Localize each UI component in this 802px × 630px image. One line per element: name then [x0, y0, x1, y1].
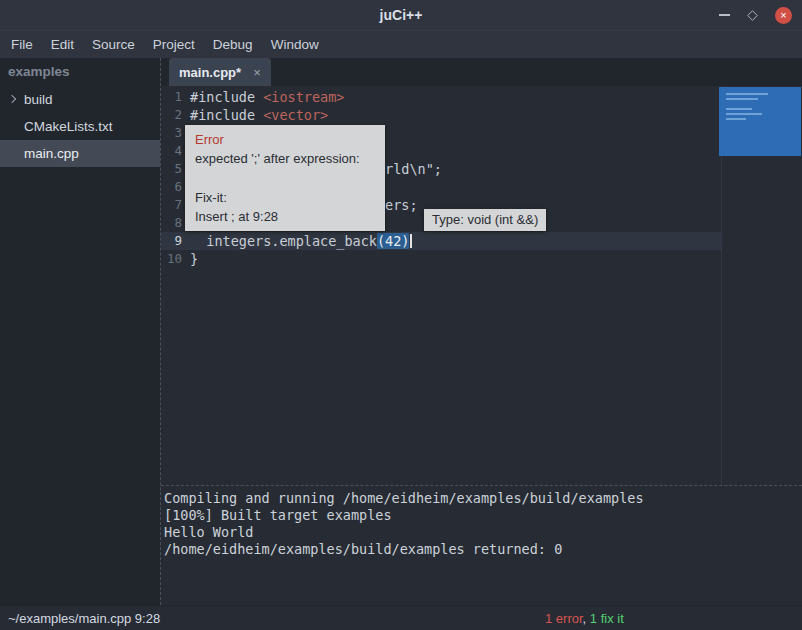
line-number: 10	[161, 250, 190, 268]
error-tooltip-title: Error	[195, 130, 375, 149]
code-segment-plain: #include	[190, 89, 263, 105]
code-line-text: #include <iostream>	[190, 88, 344, 106]
menu-item-window[interactable]: Window	[262, 31, 328, 59]
sidebar-item-cmakelists-txt[interactable]: CMakeLists.txt	[0, 113, 160, 140]
build-output-terminal[interactable]: Compiling and running /home/eidheim/exam…	[161, 485, 802, 605]
status-diagnostics: 1 error, 1 fix it	[545, 611, 624, 626]
error-tooltip-line: Fix-it:	[195, 188, 375, 207]
tab-main-cpp[interactable]: main.cpp* ×	[169, 58, 271, 86]
code-segment-match: (42)	[377, 233, 410, 249]
text-cursor	[410, 234, 412, 248]
sidebar-item-main-cpp[interactable]: main.cpp	[0, 140, 160, 167]
diagnostics-separator: ,	[583, 611, 590, 626]
error-count: 1 error	[545, 611, 583, 626]
menu-item-debug[interactable]: Debug	[204, 31, 262, 59]
code-segment-include: <vector>	[263, 107, 328, 123]
line-number: 1	[161, 88, 190, 106]
menu-item-source[interactable]: Source	[83, 31, 144, 59]
error-tooltip-body: expected ';' after expression: Fix-it:In…	[195, 149, 375, 226]
code-line-9[interactable]: 9 integers.emplace_back(42)	[161, 232, 721, 250]
minimap-line	[726, 108, 752, 110]
minimap-line	[726, 113, 762, 115]
project-folder-label: examples	[0, 58, 160, 86]
editor-overview-map[interactable]	[719, 87, 801, 156]
terminal-line: /home/eidheim/examples/build/examples re…	[164, 541, 802, 558]
file-browser-sidebar: examples buildCMakeLists.txtmain.cpp	[0, 58, 160, 605]
menu-item-edit[interactable]: Edit	[42, 31, 83, 59]
tab-close-icon[interactable]: ×	[253, 65, 261, 80]
window-title: juCi++	[380, 7, 423, 23]
terminal-line: [100%] Built target examples	[164, 507, 802, 524]
code-line-2[interactable]: 2#include <vector>	[161, 106, 721, 124]
main-area: examples buildCMakeLists.txtmain.cpp mai…	[0, 58, 802, 605]
file-tree: buildCMakeLists.txtmain.cpp	[0, 86, 160, 167]
fixit-count: 1 fix it	[590, 611, 624, 626]
error-tooltip-line: Insert ; at 9:28	[195, 207, 375, 226]
code-line-10[interactable]: 10}	[161, 250, 721, 268]
status-file-location: ~/examples/main.cpp 9:28	[8, 611, 160, 626]
error-tooltip: Error expected ';' after expression: Fix…	[185, 125, 385, 231]
app-window: juCi++ × FileEditSourceProjectDebugWindo…	[0, 0, 802, 630]
code-line-1[interactable]: 1#include <iostream>	[161, 88, 721, 106]
minimize-icon[interactable]	[719, 14, 730, 16]
title-bar[interactable]: juCi++ ×	[0, 0, 802, 30]
status-bar: ~/examples/main.cpp 9:28 1 error, 1 fix …	[0, 605, 802, 630]
code-segment-plain: integers.emplace_back	[190, 233, 377, 249]
terminal-line: Compiling and running /home/eidheim/exam…	[164, 490, 802, 507]
terminal-line: Hello World	[164, 524, 802, 541]
tab-bar: main.cpp* ×	[161, 58, 802, 86]
tab-label: main.cpp*	[179, 65, 241, 80]
minimap-line	[726, 98, 758, 100]
code-line-text: #include <vector>	[190, 106, 328, 124]
code-segment-plain: #include	[190, 107, 263, 123]
code-editor[interactable]: 1#include <iostream>2#include <vector>34…	[161, 86, 802, 485]
code-line-text: integers.emplace_back(42)	[190, 232, 412, 250]
menu-item-file[interactable]: File	[2, 31, 42, 59]
chevron-right-icon[interactable]	[8, 95, 16, 103]
type-tooltip: Type: void (int &&)	[424, 209, 546, 231]
error-tooltip-line: expected ';' after expression:	[195, 149, 375, 168]
minimap-line	[726, 93, 768, 95]
code-segment-include: <iostream>	[263, 89, 344, 105]
file-label: build	[24, 92, 53, 107]
code-line-text: }	[190, 250, 198, 268]
code-segment-plain: }	[190, 251, 198, 267]
menu-item-project[interactable]: Project	[144, 31, 204, 59]
restore-icon[interactable]	[747, 10, 758, 21]
sidebar-item-build[interactable]: build	[0, 86, 160, 113]
window-controls: ×	[719, 0, 792, 30]
file-label: main.cpp	[24, 146, 79, 161]
line-number: 9	[161, 232, 190, 250]
close-icon[interactable]: ×	[775, 7, 792, 24]
file-label: CMakeLists.txt	[24, 119, 113, 134]
menu-bar: FileEditSourceProjectDebugWindow	[0, 30, 802, 58]
line-number: 2	[161, 106, 190, 124]
minimap-line	[726, 118, 746, 120]
editor-pane: main.cpp* × 1#include <iostream>2#includ…	[160, 58, 802, 605]
error-tooltip-line	[195, 168, 375, 187]
